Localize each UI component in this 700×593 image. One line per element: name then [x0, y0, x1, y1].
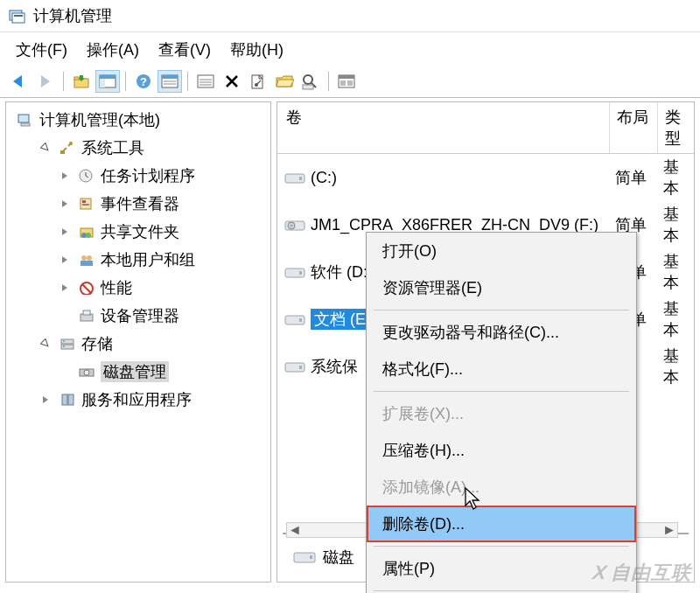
expand-icon[interactable]: [38, 394, 53, 405]
tree-local-users[interactable]: 本地用户和组: [6, 246, 270, 274]
svg-point-48: [63, 345, 65, 347]
tree-storage[interactable]: 存储: [6, 330, 270, 358]
tree-label: 事件查看器: [101, 193, 179, 214]
volume-type: 基本: [658, 157, 694, 199]
svg-line-42: [82, 284, 91, 293]
volume-name: 系统保: [311, 356, 358, 377]
expand-icon[interactable]: [57, 199, 73, 209]
svg-point-29: [69, 142, 73, 145]
svg-rect-11: [162, 75, 178, 79]
cm-separator: [374, 310, 629, 310]
svg-rect-61: [299, 318, 302, 322]
cm-open[interactable]: 打开(O): [367, 233, 636, 269]
svg-rect-44: [83, 310, 90, 315]
performance-icon: [78, 280, 95, 296]
open-folder-button[interactable]: [272, 70, 297, 93]
svg-rect-27: [18, 115, 29, 122]
svg-rect-28: [21, 123, 30, 126]
up-button[interactable]: [69, 70, 94, 93]
svg-rect-26: [347, 80, 353, 86]
header-layout[interactable]: 布局: [610, 102, 658, 153]
tree-root[interactable]: 计算机管理(本地): [6, 106, 270, 134]
svg-rect-25: [340, 80, 346, 86]
svg-rect-45: [61, 339, 74, 344]
svg-point-50: [84, 370, 89, 375]
event-icon: [78, 196, 95, 212]
svg-rect-24: [339, 75, 354, 79]
tree-performance[interactable]: 性能: [6, 274, 270, 302]
navigation-tree[interactable]: 计算机管理(本地) 系统工具 任务计划程序: [5, 101, 271, 583]
clock-icon: [78, 168, 95, 184]
menu-file[interactable]: 文件(F): [16, 39, 67, 60]
cm-change-drive[interactable]: 更改驱动器号和路径(C)...: [367, 314, 636, 351]
cm-add-mirror: 添加镜像(A)...: [367, 469, 636, 506]
cm-explorer[interactable]: 资源管理器(E): [367, 269, 636, 306]
svg-rect-34: [82, 204, 89, 206]
tree-event-viewer[interactable]: 事件查看器: [6, 190, 270, 218]
collapse-icon[interactable]: [38, 143, 53, 153]
properties-button[interactable]: [246, 70, 270, 93]
expand-icon[interactable]: [57, 255, 73, 265]
svg-rect-51: [62, 394, 67, 405]
computer-icon: [17, 112, 34, 128]
storage-icon: [59, 336, 76, 352]
titlebar: 计算机管理: [0, 0, 700, 32]
svg-rect-59: [299, 271, 302, 275]
context-menu: 打开(O) 资源管理器(E) 更改驱动器号和路径(C)... 格式化(F)...…: [366, 232, 637, 593]
header-type[interactable]: 类型: [658, 102, 694, 153]
forward-button[interactable]: [33, 70, 58, 93]
tree-system-tools[interactable]: 系统工具: [6, 134, 270, 162]
svg-rect-14: [198, 75, 214, 87]
tree-task-scheduler[interactable]: 任务计划程序: [6, 162, 270, 190]
svg-point-39: [87, 255, 92, 261]
disk-icon: [78, 364, 95, 380]
tree-shared-folders[interactable]: 共享文件夹: [6, 218, 270, 246]
search-button[interactable]: [298, 70, 323, 93]
tree-disk-management[interactable]: 磁盘管理: [6, 358, 270, 386]
svg-point-37: [86, 233, 91, 238]
volume-type: 基本: [658, 298, 694, 340]
show-hide-tree-button[interactable]: [95, 70, 120, 93]
tree-label: 任务计划程序: [101, 165, 195, 186]
svg-point-57: [290, 225, 292, 227]
details-view-button[interactable]: [158, 70, 182, 93]
refresh-button[interactable]: [193, 70, 218, 93]
app-icon: [9, 8, 26, 24]
scroll-right-icon[interactable]: ►: [662, 523, 677, 537]
drive-icon: [284, 359, 305, 373]
toolbar-separator: [187, 72, 188, 91]
expand-icon[interactable]: [57, 171, 73, 181]
drive-icon: [284, 265, 305, 279]
watermark: X自由互联: [593, 560, 691, 586]
header-volume[interactable]: 卷: [277, 102, 610, 153]
menu-action[interactable]: 操作(A): [87, 39, 139, 60]
scroll-left-icon[interactable]: ◄: [287, 523, 303, 537]
tree-device-manager[interactable]: 设备管理器: [6, 302, 270, 330]
svg-rect-52: [68, 394, 74, 405]
delete-button[interactable]: [220, 70, 244, 93]
menu-view[interactable]: 查看(V): [158, 39, 211, 60]
cm-shrink[interactable]: 压缩卷(H)...: [367, 432, 636, 469]
tree-services[interactable]: 服务和应用程序: [6, 386, 270, 414]
cm-separator: [374, 391, 629, 392]
svg-rect-46: [61, 345, 74, 349]
cm-format[interactable]: 格式化(F)...: [367, 351, 636, 387]
volume-row[interactable]: (C:) 简单 基本: [277, 154, 694, 201]
expand-icon[interactable]: [57, 283, 73, 293]
help-button[interactable]: ?: [131, 70, 156, 93]
disk-label: 磁盘: [323, 547, 354, 568]
dvd-drive-icon: [284, 218, 305, 232]
disk-icon: [293, 549, 316, 565]
svg-rect-33: [82, 200, 86, 203]
svg-rect-30: [60, 150, 65, 154]
users-icon: [78, 252, 95, 268]
svg-rect-7: [100, 79, 105, 87]
cm-separator: [374, 546, 629, 547]
tree-label: 共享文件夹: [101, 221, 179, 242]
disk-settings-button[interactable]: [334, 70, 359, 93]
collapse-icon[interactable]: [38, 338, 53, 349]
cm-delete-volume[interactable]: 删除卷(D)...: [367, 506, 636, 542]
back-button[interactable]: [7, 70, 32, 93]
expand-icon[interactable]: [57, 227, 73, 237]
menu-help[interactable]: 帮助(H): [230, 39, 284, 60]
